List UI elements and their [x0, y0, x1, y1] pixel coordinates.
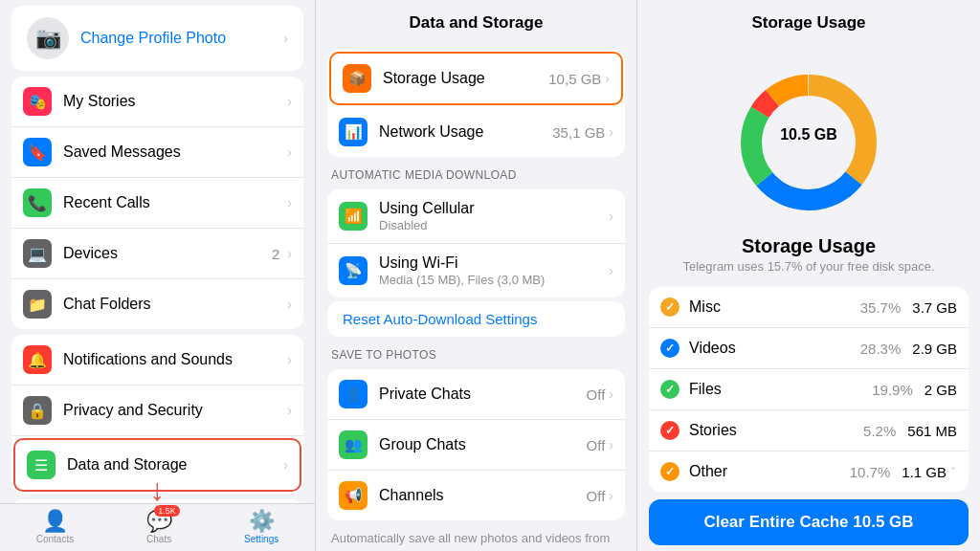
- tab-contacts[interactable]: 👤 Contacts: [36, 509, 74, 544]
- storage-icon: 📦: [343, 64, 371, 93]
- tab-contacts-label: Contacts: [36, 534, 74, 544]
- misc-row[interactable]: Misc 35.7% 3.7 GB: [649, 287, 969, 328]
- other-pct: 10.7%: [850, 464, 891, 480]
- tab-chats[interactable]: 💬 1.5K Chats: [146, 509, 172, 544]
- storage-title-section: Storage Usage Telegram uses 15.7% of you…: [637, 231, 980, 281]
- calls-label: Recent Calls: [63, 194, 150, 211]
- sidebar-item-saved-messages[interactable]: 🔖 Saved Messages ›: [11, 127, 303, 178]
- misc-size: 3.7 GB: [912, 299, 957, 316]
- folders-chevron: ›: [287, 297, 292, 312]
- network-usage-label: Network Usage: [379, 123, 552, 141]
- other-row[interactable]: Other 10.7% 1.1 GB ˅ ↓: [649, 452, 969, 492]
- data-label: Data and Storage: [67, 456, 187, 474]
- cellular-item[interactable]: 📶 Using Cellular Disabled ›: [327, 189, 625, 244]
- privacy-icon: 🔒: [23, 396, 52, 425]
- private-value: Off: [587, 386, 606, 403]
- reset-link[interactable]: Reset Auto-Download Settings: [327, 301, 625, 337]
- sidebar-item-privacy[interactable]: 🔒 Privacy and Security ›: [11, 386, 303, 436]
- profile-chevron: ›: [283, 31, 288, 46]
- donut-chart-container: 10.5 GB: [637, 46, 980, 231]
- auto-download-header: AUTOMATIC MEDIA DOWNLOAD: [316, 161, 636, 186]
- saved-chevron: ›: [287, 144, 292, 160]
- other-size: 1.1 GB: [902, 464, 947, 480]
- stories-name: Stories: [689, 422, 863, 439]
- group-value: Off: [587, 437, 606, 453]
- storage-usage-item[interactable]: 📦 Storage Usage 10,5 GB ›: [329, 52, 623, 105]
- tab-chats-label: Chats: [146, 534, 171, 544]
- saved-icon: 🔖: [23, 138, 52, 166]
- auto-download-group: 📶 Using Cellular Disabled › 📡 Using Wi-F…: [327, 189, 625, 298]
- change-profile-photo[interactable]: 📷 Change Profile Photo ›: [11, 6, 303, 71]
- save-note: Automatically save all new photos and vi…: [316, 524, 636, 551]
- storage-title: Storage Usage: [653, 235, 965, 257]
- group-label: Group Chats: [379, 436, 587, 453]
- videos-pct: 28.3%: [860, 341, 902, 357]
- sidebar-item-chat-folders[interactable]: 📁 Chat Folders ›: [11, 279, 303, 329]
- wifi-label: Using Wi-Fi: [379, 254, 605, 272]
- save-photos-group: 👤 Private Chats Off › 👥 Group Chats Off …: [327, 369, 625, 520]
- videos-name: Videos: [689, 340, 860, 357]
- devices-label: Devices: [63, 245, 118, 262]
- notif-icon: 🔔: [23, 345, 52, 374]
- tab-settings[interactable]: ⚙️ Settings: [244, 509, 278, 544]
- private-chats-item[interactable]: 👤 Private Chats Off ›: [327, 369, 625, 420]
- channels-label: Channels: [379, 487, 587, 504]
- profile-icon: 📷: [27, 17, 69, 59]
- stories-icon: 🎭: [23, 87, 52, 116]
- channels-item[interactable]: 📢 Channels Off ›: [327, 471, 625, 520]
- storage-breakdown-list: Misc 35.7% 3.7 GB Videos 28.3% 2.9 GB Fi…: [649, 287, 969, 492]
- sidebar-item-notifications[interactable]: 🔔 Notifications and Sounds ›: [11, 335, 303, 386]
- calls-icon: 📞: [23, 188, 52, 217]
- storage-usage-value: 10,5 GB: [548, 71, 601, 87]
- saved-label: Saved Messages: [63, 143, 181, 161]
- cellular-sub: Disabled: [379, 218, 605, 232]
- storage-usage-label: Storage Usage: [383, 70, 548, 87]
- devices-icon: 💻: [23, 239, 52, 268]
- privacy-label: Privacy and Security: [63, 402, 203, 419]
- data-icon: ☰: [27, 451, 56, 479]
- other-dot: [660, 462, 679, 481]
- channels-icon: 📢: [339, 481, 368, 510]
- cellular-label: Using Cellular: [379, 200, 605, 217]
- videos-dot: [660, 339, 679, 358]
- other-name: Other: [689, 463, 850, 480]
- clear-label: Clear Entire Cache 10.5 GB: [703, 513, 913, 531]
- svg-text:10.5 GB: 10.5 GB: [780, 126, 837, 143]
- settings-group-1: 🎭 My Stories › 🔖 Saved Messages › 📞 Rece…: [11, 77, 303, 329]
- network-usage-item[interactable]: 📊 Network Usage 35,1 GB ›: [327, 107, 625, 157]
- my-stories-label: My Stories: [63, 93, 136, 110]
- devices-count: 2: [272, 246, 279, 262]
- network-icon: 📊: [339, 118, 368, 146]
- sidebar-item-my-stories[interactable]: 🎭 My Stories ›: [11, 77, 303, 127]
- sidebar-item-devices[interactable]: 💻 Devices 2›: [11, 229, 303, 279]
- sidebar-item-recent-calls[interactable]: 📞 Recent Calls ›: [11, 178, 303, 229]
- wifi-item[interactable]: 📡 Using Wi-Fi Media (15 MB), Files (3,0 …: [327, 244, 625, 298]
- arrow-indicator-2: ↓: [967, 480, 969, 492]
- files-row[interactable]: Files 19.9% 2 GB: [649, 369, 969, 410]
- usage-group: 📦 Storage Usage 10,5 GB › 📊 Network Usag…: [327, 50, 625, 157]
- videos-row[interactable]: Videos 28.3% 2.9 GB: [649, 328, 969, 369]
- notif-label: Notifications and Sounds: [63, 351, 233, 368]
- contacts-icon: 👤: [42, 509, 68, 534]
- group-icon: 👥: [339, 430, 368, 459]
- sidebar-item-data-storage[interactable]: ☰ Data and Storage ›: [13, 438, 301, 492]
- stories-chevron: ›: [287, 94, 292, 109]
- files-dot: [660, 380, 679, 399]
- donut-chart: 10.5 GB: [727, 61, 890, 224]
- tab-bar: 👤 Contacts 💬 1.5K Chats ⚙️ Settings: [0, 503, 315, 551]
- devices-chevron: ›: [287, 246, 292, 261]
- videos-size: 2.9 GB: [912, 341, 957, 357]
- private-icon: 👤: [339, 380, 368, 408]
- network-usage-value: 35,1 GB: [552, 124, 605, 141]
- wifi-icon: 📡: [339, 256, 368, 285]
- panel3-title: Storage Usage: [637, 0, 980, 46]
- wifi-sub: Media (15 MB), Files (3,0 MB): [379, 273, 605, 287]
- clear-cache-button[interactable]: Clear Entire Cache 10.5 GB: [649, 499, 969, 545]
- settings-icon: ⚙️: [249, 509, 275, 534]
- group-chats-item[interactable]: 👥 Group Chats Off ›: [327, 420, 625, 471]
- stories-row[interactable]: Stories 5.2% 561 MB: [649, 410, 969, 452]
- files-name: Files: [689, 381, 872, 398]
- folders-icon: 📁: [23, 290, 52, 319]
- channels-value: Off: [587, 488, 606, 504]
- stories-size: 561 MB: [907, 423, 957, 439]
